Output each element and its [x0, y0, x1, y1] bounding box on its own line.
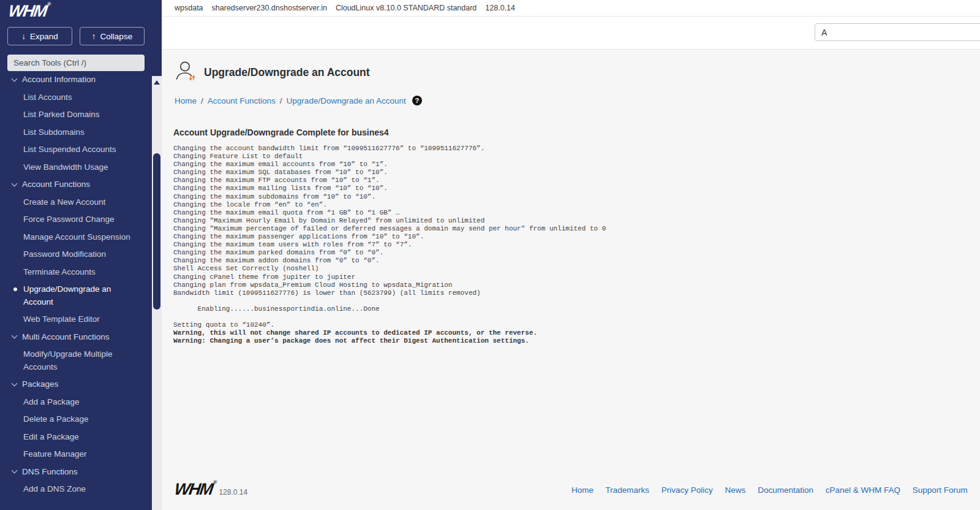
sidebar-item-label: Password Modification [23, 248, 106, 261]
sidebar-nav-list: Account Information List Accounts List P… [0, 76, 152, 498]
sidebar-item[interactable]: Create a New Account [0, 194, 152, 211]
sidebar-header: WHM® ↓ Expand ↑ Collapse [0, 0, 152, 76]
console-line: Changing plan from wpsdata_Premium Cloud… [173, 281, 980, 289]
console-line: Changing the maximum passenger applicati… [173, 233, 980, 241]
sidebar-item-label: DNS Functions [22, 466, 78, 479]
sidebar-item-label: Modify/Upgrade Multiple Accounts [23, 348, 141, 373]
console-line: Changing the maximum email accounts from… [173, 161, 980, 169]
console-line: Changing the maximum email quota from “1… [173, 209, 980, 217]
footer-link[interactable]: Home [571, 485, 594, 495]
sidebar-item-label: Feature Manager [23, 448, 87, 461]
console-line: Enabling......businessportindia.online..… [173, 305, 980, 313]
sidebar-item-label: Multi Account Functions [22, 331, 110, 344]
sidebar-item-label: Delete a Package [23, 413, 89, 426]
breadcrumb-item: / [280, 96, 282, 105]
console-line [173, 313, 980, 321]
sidebar-item[interactable]: Add a DNS Zone [0, 481, 152, 498]
sidebar-item-label: Add a Package [23, 396, 80, 409]
sidebar-item[interactable]: Web Template Editor [0, 311, 152, 329]
chevron-down-icon [12, 76, 18, 82]
sidebar-item[interactable]: Modify/Upgrade Multiple Accounts [0, 346, 152, 376]
server-info-item: wpsdata [175, 4, 203, 12]
sidebar-item-label: List Suspended Accounts [23, 143, 116, 156]
breadcrumb-item[interactable]: Account Functions [208, 96, 276, 105]
chevron-down-icon [12, 180, 18, 186]
sidebar-item-label: Force Password Change [23, 213, 115, 226]
breadcrumb-item: / [201, 96, 203, 105]
footer-link[interactable]: Trademarks [606, 485, 650, 495]
sidebar-item[interactable]: List Suspended Accounts [0, 141, 152, 159]
sidebar-item[interactable]: List Accounts [0, 89, 152, 107]
page-title-row: Upgrade/Downgrade an Account [175, 60, 980, 85]
quick-find-input[interactable] [815, 23, 980, 41]
chevron-down-icon [12, 468, 18, 474]
breadcrumb-item[interactable]: Home [175, 96, 197, 105]
sidebar-scrollbar [152, 0, 162, 510]
help-icon[interactable]: ? [412, 96, 422, 105]
sidebar-item[interactable]: Feature Manager [0, 446, 152, 463]
sidebar-item[interactable]: Packages [0, 376, 152, 394]
console-line: Bandwidth limit (1099511627776) is lower… [173, 289, 980, 297]
scrollbar-thumb[interactable] [153, 153, 160, 310]
sidebar-item[interactable]: DNS Functions [0, 463, 152, 481]
arrow-down-icon: ↓ [21, 32, 26, 41]
console-line: Warning: Changing a user’s package does … [173, 337, 980, 345]
scrollbar-up-arrow-icon[interactable] [154, 80, 160, 85]
sidebar-item[interactable]: Password Modification [0, 246, 152, 264]
sidebar-item[interactable]: Manage Account Suspension [0, 229, 152, 246]
sidebar-item[interactable]: Force Password Change [0, 211, 152, 229]
sidebar-item[interactable]: Terminate Accounts [0, 264, 152, 281]
footer-link[interactable]: Documentation [758, 485, 813, 495]
sidebar-item[interactable]: View Bandwidth Usage [0, 159, 152, 177]
breadcrumb-item[interactable]: Upgrade/Downgrade an Account [287, 96, 406, 105]
console-line: Changing the maximum mailing lists from … [173, 185, 980, 192]
console-line: Changing the maximum parked domains from… [173, 249, 980, 257]
sidebar: WHM® ↓ Expand ↑ Collapse [0, 0, 152, 510]
console-line: Changing cPanel theme from jupiter to ju… [173, 273, 980, 281]
sidebar-item[interactable]: List Subdomains [0, 124, 152, 142]
footer-link[interactable]: cPanel & WHM FAQ [826, 485, 900, 495]
sidebar-item-label: Web Template Editor [23, 313, 100, 326]
collapse-button-label: Collapse [100, 32, 133, 41]
collapse-button[interactable]: ↑ Collapse [80, 27, 145, 45]
footer-link[interactable]: Privacy Policy [662, 485, 713, 495]
console-line: Changing "Maximum percentage of failed o… [173, 225, 980, 233]
footer-brand: WHM® 128.0.14 [175, 481, 247, 498]
console-line: Changing the maximum FTP accounts from “… [173, 177, 980, 185]
sidebar-item-label: Terminate Accounts [23, 266, 96, 279]
sidebar-item[interactable]: Account Functions [0, 176, 152, 194]
footer-whm-logo: WHM® [173, 481, 217, 498]
sidebar-item[interactable]: Delete a Package [0, 411, 152, 428]
console-line: Shell Access Set Correctly (noshell) [173, 265, 980, 273]
console-line: Warning, this will not change shared IP … [173, 329, 980, 337]
scrollbar-track[interactable] [152, 76, 162, 510]
console-line: Changing the maximum subdomains from “10… [173, 193, 980, 201]
sidebar-item[interactable]: Multi Account Functions [0, 329, 152, 346]
result-heading: Account Upgrade/Downgrade Complete for b… [173, 128, 980, 137]
footer-link[interactable]: News [725, 485, 746, 495]
whm-logo: WHM® [7, 3, 51, 20]
search-tools-input[interactable] [7, 55, 145, 71]
sidebar-item[interactable]: Account Information [0, 76, 152, 89]
console-line: Changing "Maximum Hourly Email by Domain… [173, 217, 980, 225]
sidebar-item[interactable]: Upgrade/Downgrade an Account [0, 281, 152, 311]
sidebar-item-label: Edit a Package [23, 431, 79, 444]
footer-links: Home Trademarks Privacy Policy News Docu… [571, 485, 978, 495]
arrow-up-icon: ↑ [92, 32, 96, 41]
page-footer: WHM® 128.0.14 Home Trademarks Privacy Po… [173, 481, 980, 498]
console-line: Changing the maximum team users with rol… [173, 241, 980, 249]
sidebar-item[interactable]: Add a Package [0, 394, 152, 411]
footer-version: 128.0.14 [219, 488, 247, 498]
console-output: Changing the account bandwidth limit fro… [173, 145, 980, 345]
server-info-bar: wpsdata sharedserver230.dnshostserver.in… [162, 0, 980, 17]
sidebar-item[interactable]: Edit a Package [0, 428, 152, 446]
registered-mark: ® [213, 479, 217, 485]
main-area: wpsdata sharedserver230.dnshostserver.in… [162, 0, 980, 510]
sidebar-item[interactable]: List Parked Domains [0, 106, 152, 124]
breadcrumb: Home / Account Functions / Upgrade/Downg… [175, 96, 980, 105]
sidebar-nav: Account Information List Accounts List P… [0, 76, 152, 510]
footer-link[interactable]: Support Forum [913, 485, 968, 495]
whm-app: WHM® ↓ Expand ↑ Collapse [0, 0, 980, 510]
sidebar-item-label: Packages [22, 378, 58, 391]
expand-button[interactable]: ↓ Expand [7, 27, 72, 45]
